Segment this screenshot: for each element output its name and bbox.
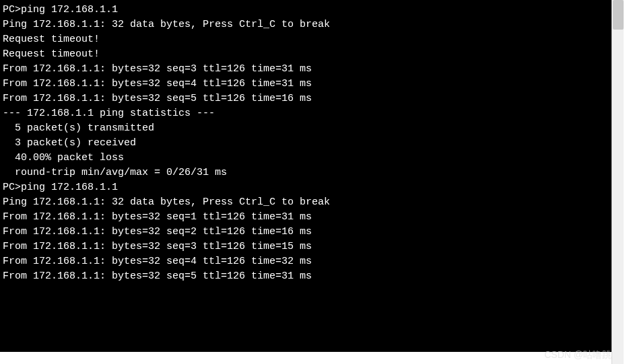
terminal-line: PC>ping 172.168.1.1 [3,3,609,17]
terminal-line: 40.00% packet loss [3,151,609,166]
terminal-line: From 172.168.1.1: bytes=32 seq=3 ttl=126… [3,240,609,254]
terminal-line: round-trip min/avg/max = 0/26/31 ms [3,166,609,180]
scrollbar-track[interactable] [611,0,624,364]
terminal-line: 5 packet(s) transmitted [3,121,609,136]
terminal-line: From 172.168.1.1: bytes=32 seq=3 ttl=126… [3,62,609,77]
terminal-line: PC>ping 172.168.1.1 [3,180,609,195]
terminal-line: --- 172.168.1.1 ping statistics --- [3,106,609,121]
terminal-line: Request timeout! [3,47,609,62]
terminal-line: 3 packet(s) received [3,136,609,151]
terminal-line: From 172.168.1.1: bytes=32 seq=1 ttl=126… [3,210,609,225]
terminal-line: From 172.168.1.1: bytes=32 seq=4 ttl=126… [3,254,609,269]
terminal-line: From 172.168.1.1: bytes=32 seq=4 ttl=126… [3,77,609,92]
terminal-line: From 172.168.1.1: bytes=32 seq=5 ttl=126… [3,269,609,284]
terminal-line: From 172.168.1.1: bytes=32 seq=5 ttl=126… [3,92,609,106]
terminal-line: Request timeout! [3,32,609,47]
terminal-line: Ping 172.168.1.1: 32 data bytes, Press C… [3,195,609,210]
scrollbar-thumb[interactable] [613,0,624,30]
terminal-output[interactable]: Welcome to use PC Simulator!PC>ping 172.… [0,0,611,352]
terminal-line: Ping 172.168.1.1: 32 data bytes, Press C… [3,17,609,32]
terminal-line: From 172.168.1.1: bytes=32 seq=2 ttl=126… [3,225,609,240]
